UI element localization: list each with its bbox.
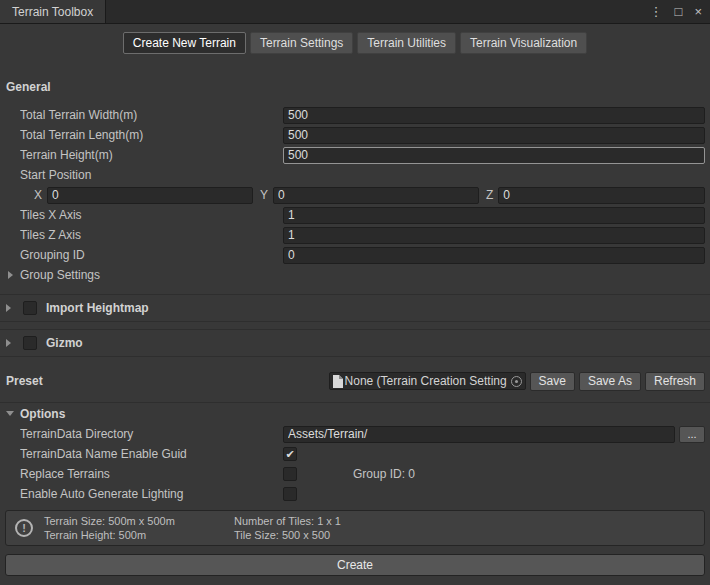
preset-object-value: None (Terrain Creation Setting [345, 374, 509, 388]
maximize-icon[interactable]: □ [675, 4, 683, 19]
total-terrain-width-input[interactable] [283, 107, 705, 124]
tab-create-new-terrain[interactable]: Create New Terrain [123, 32, 246, 54]
auto-generate-lighting-row: Enable Auto Generate Lighting [0, 484, 710, 504]
gizmo-label: Gizmo [46, 336, 83, 350]
start-position-label: Start Position [20, 168, 283, 182]
total-terrain-length-input[interactable] [283, 127, 705, 144]
refresh-button[interactable]: Refresh [645, 372, 705, 391]
terrain-height-input[interactable] [283, 147, 705, 164]
grouping-id-label: Grouping ID [20, 248, 283, 262]
import-heightmap-checkbox[interactable] [23, 301, 37, 315]
start-position-y-input[interactable] [273, 187, 479, 204]
import-heightmap-section[interactable]: Import Heightmap [0, 294, 710, 322]
options-label: Options [20, 407, 65, 421]
axis-z-group: Z [486, 187, 705, 204]
info-icon: ! [15, 519, 33, 537]
save-button[interactable]: Save [530, 372, 575, 391]
terraindata-directory-label: TerrainData Directory [20, 427, 283, 441]
total-terrain-length-row: Total Terrain Length(m) [0, 125, 710, 145]
grouping-id-row: Grouping ID [0, 245, 710, 265]
foldout-collapsed-icon [6, 339, 11, 347]
tiles-z-axis-label: Tiles Z Axis [20, 228, 283, 242]
info-right-column: Number of Tiles: 1 x 1 Tile Size: 500 x … [234, 514, 341, 542]
terrain-height-row: Terrain Height(m) [0, 145, 710, 165]
axis-x-group: X [34, 187, 253, 204]
terraindata-directory-row: TerrainData Directory ... [0, 424, 710, 444]
gizmo-checkbox[interactable] [23, 336, 37, 350]
tiles-x-axis-label: Tiles X Axis [20, 208, 283, 222]
terraindata-directory-input[interactable] [283, 426, 675, 443]
name-enable-guid-label: TerrainData Name Enable Guid [20, 447, 283, 461]
axis-y-group: Y [260, 187, 479, 204]
group-settings-foldout[interactable]: Group Settings [0, 265, 710, 285]
kebab-menu-icon[interactable]: ⋮ [650, 4, 663, 19]
object-picker-icon[interactable] [511, 376, 522, 387]
general-section-header: General [0, 80, 710, 94]
total-terrain-width-label: Total Terrain Width(m) [20, 108, 283, 122]
tab-terrain-utilities[interactable]: Terrain Utilities [357, 32, 456, 54]
preset-controls: None (Terrain Creation Setting Save Save… [329, 372, 705, 391]
tab-terrain-settings[interactable]: Terrain Settings [250, 32, 353, 54]
number-of-tiles-text: Number of Tiles: 1 x 1 [234, 514, 341, 528]
start-position-z-input[interactable] [498, 187, 705, 204]
axis-x-label: X [34, 188, 42, 202]
foldout-expanded-icon [6, 411, 14, 416]
auto-generate-lighting-label: Enable Auto Generate Lighting [20, 487, 283, 501]
tab-bar: Create New Terrain Terrain Settings Terr… [0, 24, 710, 60]
window-controls: ⋮ □ × [650, 0, 702, 23]
preset-object-field[interactable]: None (Terrain Creation Setting [329, 372, 526, 390]
preset-row: Preset None (Terrain Creation Setting Sa… [0, 370, 710, 392]
terrain-height-text: Terrain Height: 500m [44, 528, 234, 542]
import-heightmap-label: Import Heightmap [46, 301, 149, 315]
gizmo-section[interactable]: Gizmo [0, 329, 710, 357]
group-settings-label: Group Settings [20, 268, 100, 282]
foldout-collapsed-icon [6, 304, 11, 312]
tiles-x-axis-row: Tiles X Axis [0, 205, 710, 225]
terrain-height-label: Terrain Height(m) [20, 148, 283, 162]
axis-y-label: Y [260, 188, 268, 202]
options-foldout[interactable]: Options [0, 402, 710, 424]
info-left-column: Terrain Size: 500m x 500m Terrain Height… [44, 514, 234, 542]
preset-label: Preset [6, 374, 43, 388]
start-position-row: Start Position [0, 165, 710, 185]
tiles-x-axis-input[interactable] [283, 207, 705, 224]
tiles-z-axis-input[interactable] [283, 227, 705, 244]
browse-button[interactable]: ... [679, 426, 705, 443]
group-id-text: Group ID: 0 [353, 467, 415, 481]
close-icon[interactable]: × [694, 4, 702, 19]
tiles-z-axis-row: Tiles Z Axis [0, 225, 710, 245]
foldout-collapsed-icon [8, 271, 13, 279]
terrain-toolbox-window: Terrain Toolbox ⋮ □ × Create New Terrain… [0, 0, 710, 585]
replace-terrains-checkbox[interactable] [283, 467, 297, 481]
tab-terrain-visualization[interactable]: Terrain Visualization [460, 32, 587, 54]
axis-z-label: Z [486, 188, 493, 202]
auto-generate-lighting-checkbox[interactable] [283, 487, 297, 501]
replace-terrains-row: Replace Terrains Group ID: 0 [0, 464, 710, 484]
terrain-size-text: Terrain Size: 500m x 500m [44, 514, 234, 528]
titlebar: Terrain Toolbox ⋮ □ × [0, 0, 710, 24]
name-enable-guid-checkbox[interactable]: ✔ [283, 447, 297, 461]
start-position-x-input[interactable] [47, 187, 253, 204]
tile-size-text: Tile Size: 500 x 500 [234, 528, 341, 542]
window-tab[interactable]: Terrain Toolbox [0, 0, 106, 23]
window-title: Terrain Toolbox [12, 5, 93, 19]
total-terrain-width-row: Total Terrain Width(m) [0, 105, 710, 125]
grouping-id-input[interactable] [283, 247, 705, 264]
start-position-xyz-row: X Y Z [0, 185, 710, 205]
info-helpbox: ! Terrain Size: 500m x 500m Terrain Heig… [5, 510, 705, 546]
create-button[interactable]: Create [5, 554, 705, 576]
save-as-button[interactable]: Save As [579, 372, 641, 391]
total-terrain-length-label: Total Terrain Length(m) [20, 128, 283, 142]
replace-terrains-label: Replace Terrains [20, 467, 283, 481]
document-icon [333, 375, 343, 388]
name-enable-guid-row: TerrainData Name Enable Guid ✔ [0, 444, 710, 464]
